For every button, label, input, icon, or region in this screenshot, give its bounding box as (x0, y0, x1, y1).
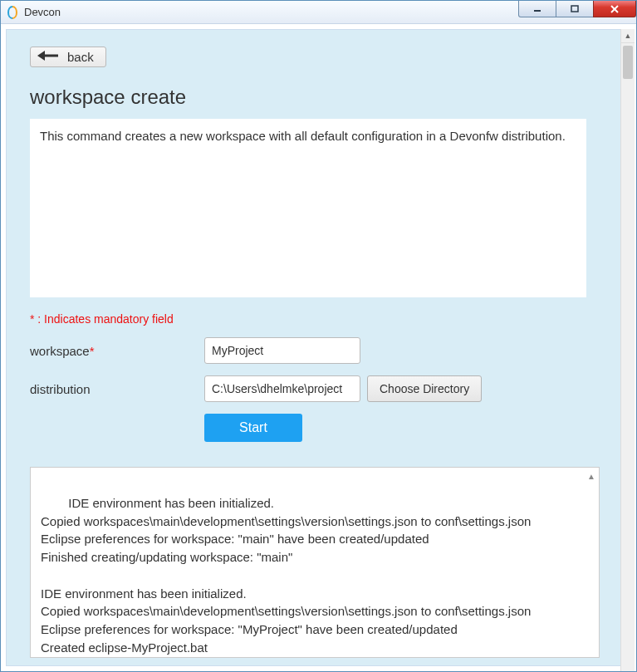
page-title: workspace create (30, 86, 607, 109)
client-area: back workspace create This command creat… (1, 24, 636, 671)
main-window: Devcon back w (0, 0, 637, 672)
close-button[interactable] (593, 1, 636, 17)
window-title: Devcon (24, 6, 61, 18)
scrollbar-thumb[interactable] (623, 46, 633, 79)
distribution-row: distribution Choose Directory (30, 375, 607, 402)
description-box: This command creates a new workspace wit… (30, 119, 586, 297)
back-button[interactable]: back (30, 47, 106, 67)
start-button[interactable]: Start (204, 414, 302, 442)
back-label: back (67, 50, 94, 64)
distribution-input[interactable] (204, 375, 360, 402)
required-asterisk: * (90, 344, 95, 358)
maximize-button[interactable] (556, 1, 594, 17)
svg-rect-1 (571, 6, 578, 12)
app-logo-icon (6, 6, 19, 19)
vertical-scrollbar[interactable]: ▲ (620, 29, 635, 671)
start-row: Start (30, 414, 607, 442)
output-log[interactable]: IDE environment has been initialized. Co… (30, 467, 600, 658)
workspace-label: workspace* (30, 344, 204, 358)
window-controls (519, 1, 636, 17)
svg-marker-5 (37, 51, 45, 61)
workspace-row: workspace* (30, 337, 607, 364)
scroll-up-icon[interactable]: ▲ (587, 471, 595, 483)
mandatory-note: * : Indicates mandatory field (30, 312, 607, 326)
titlebar[interactable]: Devcon (1, 1, 636, 24)
scroll-up-arrow-icon[interactable]: ▲ (621, 29, 635, 43)
workspace-input[interactable] (204, 337, 360, 364)
distribution-label: distribution (30, 382, 204, 396)
arrow-left-icon (37, 50, 59, 64)
content-frame: back workspace create This command creat… (6, 29, 631, 666)
choose-directory-button[interactable]: Choose Directory (367, 375, 482, 402)
output-text: IDE environment has been initialized. Co… (41, 496, 531, 655)
minimize-button[interactable] (518, 1, 556, 17)
